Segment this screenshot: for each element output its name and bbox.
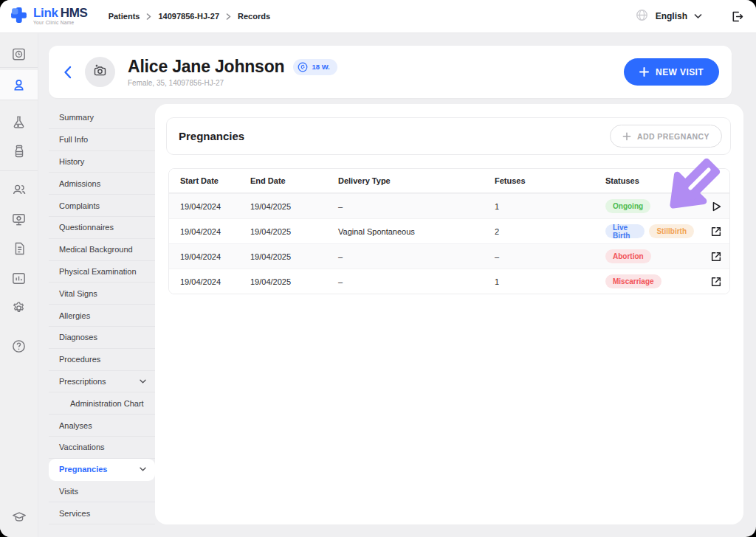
table-row[interactable]: 19/04/2024 19/04/2025 – 1 Ongoing — [169, 193, 729, 218]
nav-item-full-info[interactable]: Full Info — [49, 129, 155, 151]
reports-icon[interactable] — [0, 265, 38, 291]
status-badge: Abortion — [605, 249, 651, 263]
open-external-icon[interactable] — [694, 226, 722, 238]
nav-item-questionnaires[interactable]: Questionnaires — [49, 217, 155, 239]
status-badge: Live Birth — [605, 224, 645, 238]
pregnancy-icon — [298, 62, 308, 72]
nav-item-vital-signs[interactable]: Vital Signs — [49, 283, 155, 305]
settings-icon[interactable] — [0, 294, 38, 321]
record-sections-nav: Summary Full Info History Admissions Com… — [49, 107, 155, 524]
new-visit-button[interactable]: NEW VISIT — [624, 58, 719, 86]
patients-icon[interactable] — [0, 72, 38, 98]
breadcrumb: Patients 14097856-HJ-27 Records — [109, 12, 270, 21]
col-start-date: Start Date — [180, 176, 250, 185]
table-header-row: Start Date End Date Delivery Type Fetuse… — [169, 169, 729, 193]
add-pregnancy-button[interactable]: ADD PREGNANCY — [610, 125, 722, 148]
nav-item-analyses[interactable]: Analyses — [49, 415, 155, 437]
brand-name-secondary: HMS — [61, 7, 88, 19]
patient-name: Alice Jane Johnson — [128, 57, 284, 77]
patient-header-card: Alice Jane Johnson 18 W. Female, 35, 140… — [49, 46, 732, 98]
brand-tagline: Your Clinic Name — [33, 21, 88, 26]
plus-icon — [622, 132, 631, 141]
add-pregnancy-label: ADD PREGNANCY — [637, 132, 709, 141]
status-badge: Stillbirth — [649, 224, 694, 238]
nav-item-medical-background[interactable]: Medical Background — [49, 239, 155, 261]
rail-divider — [0, 170, 38, 171]
status-badge: Ongoing — [605, 199, 650, 213]
staff-icon[interactable] — [0, 176, 38, 203]
nav-item-diagnoses[interactable]: Diagnoses — [49, 327, 155, 349]
documents-icon[interactable] — [0, 235, 38, 262]
rail-divider — [0, 100, 38, 100]
chevron-right-icon — [226, 13, 231, 20]
brand-name-primary: Link — [33, 7, 58, 19]
logout-icon[interactable] — [730, 10, 744, 24]
nav-item-visits[interactable]: Visits — [49, 481, 155, 503]
open-external-icon[interactable] — [694, 276, 722, 288]
icon-rail — [0, 33, 38, 537]
chevron-down-icon — [140, 379, 146, 384]
chevron-down-icon — [140, 467, 146, 471]
table-row[interactable]: 19/04/2024 19/04/2025 – 1 Miscarriage — [169, 268, 729, 294]
gestation-weeks: 18 W. — [312, 63, 329, 71]
lab-icon[interactable] — [0, 108, 38, 135]
language-selector[interactable]: English — [656, 11, 687, 21]
rail-divider — [0, 67, 38, 68]
nav-item-procedures[interactable]: Procedures — [49, 349, 155, 371]
col-fetuses: Fetuses — [495, 176, 605, 185]
nav-item-prescriptions[interactable]: Prescriptions — [49, 371, 155, 393]
nav-item-history[interactable]: History — [49, 151, 155, 173]
medications-icon[interactable] — [0, 138, 38, 164]
new-visit-label: NEW VISIT — [656, 67, 704, 77]
globe-icon — [636, 9, 648, 24]
nav-item-administration-chart[interactable]: Administration Chart — [49, 392, 155, 415]
back-button[interactable] — [63, 66, 72, 79]
section-title: Pregnancies — [179, 130, 244, 142]
topbar-right: English — [636, 9, 756, 24]
pregnancies-header: Pregnancies ADD PREGNANCY — [166, 117, 731, 155]
camera-plus-icon — [92, 63, 108, 81]
schedule-icon[interactable] — [0, 41, 38, 67]
chevron-right-icon — [146, 13, 151, 20]
col-delivery-type: Delivery Type — [338, 176, 495, 185]
nav-item-complaints[interactable]: Complaints — [49, 195, 155, 217]
breadcrumb-patients[interactable]: Patients — [109, 12, 140, 21]
gestation-badge: 18 W. — [293, 59, 337, 75]
nav-item-pregnancies[interactable]: Pregnancies — [49, 459, 155, 481]
nav-item-summary[interactable]: Summary — [49, 107, 155, 129]
chevron-down-icon[interactable] — [694, 13, 702, 19]
nav-item-allergies[interactable]: Allergies — [49, 305, 155, 327]
clinic-cross-icon — [10, 6, 28, 27]
play-icon[interactable] — [694, 201, 722, 212]
patient-identity: Alice Jane Johnson 18 W. Female, 35, 140… — [128, 57, 337, 87]
nav-item-services[interactable]: Services — [49, 502, 155, 524]
breadcrumb-patient-id[interactable]: 14097856-HJ-27 — [158, 12, 219, 21]
open-external-icon[interactable] — [694, 251, 722, 263]
plus-icon — [639, 67, 649, 77]
patient-avatar-upload[interactable] — [85, 57, 115, 87]
top-bar: Link HMS Your Clinic Name Patients 14097… — [0, 0, 756, 33]
col-statuses: Statuses — [605, 176, 694, 185]
breadcrumb-records[interactable]: Records — [238, 12, 270, 21]
workstation-icon[interactable] — [0, 206, 38, 232]
app-logo[interactable]: Link HMS Your Clinic Name — [10, 6, 88, 27]
education-icon[interactable] — [0, 504, 38, 530]
pregnancies-panel: Pregnancies ADD PREGNANCY Start Date End… — [155, 104, 743, 524]
nav-item-admissions[interactable]: Admissions — [49, 173, 155, 195]
status-badge: Miscarriage — [605, 274, 662, 288]
help-icon[interactable] — [0, 333, 38, 359]
patient-details: Female, 35, 14097856-HJ-27 — [128, 79, 337, 87]
col-end-date: End Date — [250, 176, 338, 185]
table-row[interactable]: 19/04/2024 19/04/2025 Vaginal Spontaneou… — [169, 218, 729, 243]
app-window: Link HMS Your Clinic Name Patients 14097… — [0, 0, 756, 537]
nav-item-physical-examination[interactable]: Physical Examination — [49, 261, 155, 283]
pregnancies-table: Start Date End Date Delivery Type Fetuse… — [168, 168, 730, 294]
nav-item-vaccinations[interactable]: Vaccinations — [49, 437, 155, 459]
table-row[interactable]: 19/04/2024 19/04/2025 – – Abortion — [169, 243, 729, 268]
